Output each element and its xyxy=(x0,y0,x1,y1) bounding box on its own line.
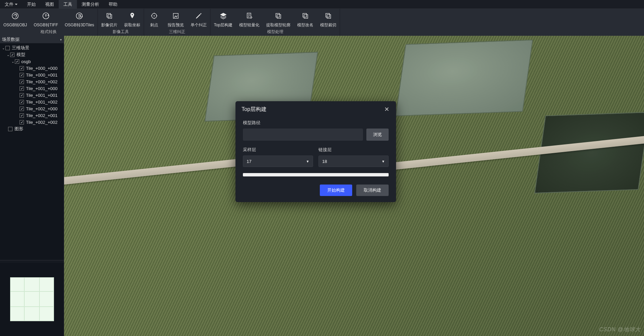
model-path-input[interactable] xyxy=(243,129,363,141)
browse-button[interactable]: 浏览 xyxy=(366,129,389,141)
svg-rect-10 xyxy=(277,15,281,18)
tree-label: Tile_+000_+000 xyxy=(26,66,58,71)
ribbon-toolbar: OSGB转OBJ OSGB转TIFF OSGB转3DTiles 格式转换 影像切… xyxy=(0,9,644,36)
rename-icon xyxy=(301,11,310,20)
caret-down-icon xyxy=(15,4,18,5)
tree-label: Tile_+002_+002 xyxy=(26,120,58,125)
menu-file[interactable]: 文件 xyxy=(0,0,22,9)
checkbox[interactable] xyxy=(20,73,24,77)
checkbox[interactable] xyxy=(20,120,24,124)
ribbon-group-label: 模型处理 xyxy=(211,28,340,36)
tree-tile[interactable]: Tile_+000_+000 xyxy=(1,65,63,72)
watermark: CSDN @地球大 xyxy=(599,326,641,333)
3d-viewport[interactable]: Top层构建 ✕ 模型路径 浏览 采样层 17 ▼ xyxy=(64,36,644,336)
osgb-to-obj-button[interactable]: OSGB转OBJ xyxy=(0,9,30,28)
ribbon-label: 刺点 xyxy=(150,22,158,28)
tree-label: Tile_+002_+000 xyxy=(26,106,58,111)
ribbon-label: 影像切片 xyxy=(101,22,117,28)
extract-outline-button[interactable]: 提取模型轮廓 xyxy=(263,9,294,28)
ribbon-label: 获取坐标 xyxy=(124,22,140,28)
top-layer-build-button[interactable]: Top层构建 xyxy=(211,9,236,28)
ribbon-label: OSGB转TIFF xyxy=(34,22,58,28)
panel-menu-icon[interactable]: ▾ xyxy=(60,38,62,41)
tree-label: 三维场景 xyxy=(12,45,29,51)
svg-rect-4 xyxy=(108,15,112,18)
sample-layer-select[interactable]: 17 ▼ xyxy=(243,156,313,167)
tree-tile[interactable]: Tile_+001_+000 xyxy=(1,85,63,92)
tree-osgb[interactable]: ⌄osgb xyxy=(1,58,63,65)
model-crop-button[interactable]: 模型裁切 xyxy=(317,9,340,28)
image-slice-button[interactable]: 影像切片 xyxy=(98,9,121,28)
menu-help[interactable]: 帮助 xyxy=(104,0,122,9)
svg-rect-12 xyxy=(304,15,308,18)
tree-label: Tile_+000_+002 xyxy=(26,79,58,84)
report-preview-button[interactable]: 报告预览 xyxy=(164,9,187,28)
osgb-to-3dtiles-button[interactable]: OSGB转3DTiles xyxy=(61,9,97,28)
link-layer-label: 链接层 xyxy=(318,147,389,153)
svg-rect-14 xyxy=(327,15,331,18)
panel-title: 场景数据 xyxy=(2,36,20,43)
checkbox[interactable] xyxy=(20,107,24,111)
tree-model[interactable]: ⌄模型 xyxy=(1,51,63,58)
divider xyxy=(0,260,64,260)
ribbon-group-correct: 刺点 报告预览 单个纠正 三维纠正 xyxy=(144,9,211,36)
tree-label: Tile_+001_+001 xyxy=(26,93,58,98)
tree-tile[interactable]: Tile_+000_+002 xyxy=(1,78,63,85)
ribbon-group-label: 格式转换 xyxy=(0,28,97,36)
crop-icon xyxy=(324,11,333,20)
tree-tile[interactable]: Tile_+002_+000 xyxy=(1,105,63,112)
checkbox[interactable] xyxy=(20,113,24,118)
checkbox[interactable] xyxy=(15,59,19,64)
tree-tile[interactable]: Tile_+001_+002 xyxy=(1,99,63,105)
minimap[interactable] xyxy=(0,262,64,336)
ribbon-group-model: Top层构建 模型轻量化 提取模型轮廓 模型改名 模型裁切 模型处理 xyxy=(211,9,340,36)
svg-rect-9 xyxy=(276,13,280,17)
start-build-button[interactable]: 开始构建 xyxy=(320,185,352,196)
checkbox[interactable] xyxy=(10,53,15,57)
link-layer-select[interactable]: 18 ▼ xyxy=(318,156,389,167)
get-coord-button[interactable]: 获取坐标 xyxy=(121,9,144,28)
model-path-label: 模型路径 xyxy=(243,120,389,126)
tree-tile[interactable]: Tile_+002_+001 xyxy=(1,112,63,119)
osgb-to-tiff-button[interactable]: OSGB转TIFF xyxy=(30,9,61,28)
cancel-build-button[interactable]: 取消构建 xyxy=(356,185,389,196)
sample-layer-label: 采样层 xyxy=(243,147,313,153)
report-icon xyxy=(171,11,180,20)
tree-tile[interactable]: Tile_+000_+001 xyxy=(1,72,63,78)
checkbox[interactable] xyxy=(20,86,24,91)
sidebar: 场景数据 ▾ ⌄三维场景 ⌄模型 ⌄osgb Tile_+000_+000 Ti… xyxy=(0,36,64,336)
model-rename-button[interactable]: 模型改名 xyxy=(294,9,317,28)
checkbox[interactable] xyxy=(8,127,12,131)
ribbon-group-image: 影像切片 获取坐标 影像工具 xyxy=(98,9,144,36)
single-correct-button[interactable]: 单个纠正 xyxy=(187,9,210,28)
menu-tools[interactable]: 工具 xyxy=(59,0,77,9)
lightweight-icon xyxy=(245,11,254,20)
ribbon-group-label: 影像工具 xyxy=(98,28,144,36)
svg-rect-13 xyxy=(326,13,330,17)
select-value: 18 xyxy=(322,159,327,164)
checkbox[interactable] xyxy=(20,66,24,71)
ribbon-label: 报告预览 xyxy=(168,22,184,28)
close-icon[interactable]: ✕ xyxy=(383,106,390,113)
tree-root[interactable]: ⌄三维场景 xyxy=(1,45,63,51)
menu-view[interactable]: 视图 xyxy=(40,0,59,9)
model-lightweight-button[interactable]: 模型轻量化 xyxy=(236,9,263,28)
tree-tile[interactable]: Tile_+002_+002 xyxy=(1,119,63,125)
ribbon-label: Top层构建 xyxy=(214,22,232,28)
convert-c-icon xyxy=(11,11,20,20)
minimap-grid xyxy=(10,277,54,321)
caret-icon: ⌄ xyxy=(11,60,15,63)
checkbox[interactable] xyxy=(20,80,24,84)
menu-measure[interactable]: 测量分析 xyxy=(77,0,104,9)
tree-tile[interactable]: Tile_+001_+001 xyxy=(1,92,63,99)
checkbox[interactable] xyxy=(5,46,10,50)
checkbox[interactable] xyxy=(20,100,24,104)
top-layer-build-dialog: Top层构建 ✕ 模型路径 浏览 采样层 17 ▼ xyxy=(235,101,396,202)
checkbox[interactable] xyxy=(20,93,24,97)
menu-start[interactable]: 开始 xyxy=(22,0,40,9)
svg-point-0 xyxy=(12,13,18,19)
tree-label: 图形 xyxy=(15,126,23,132)
ribbon-label: OSGB转3DTiles xyxy=(65,22,94,28)
tree-shapes[interactable]: 图形 xyxy=(1,125,63,132)
prick-point-button[interactable]: 刺点 xyxy=(144,9,164,28)
